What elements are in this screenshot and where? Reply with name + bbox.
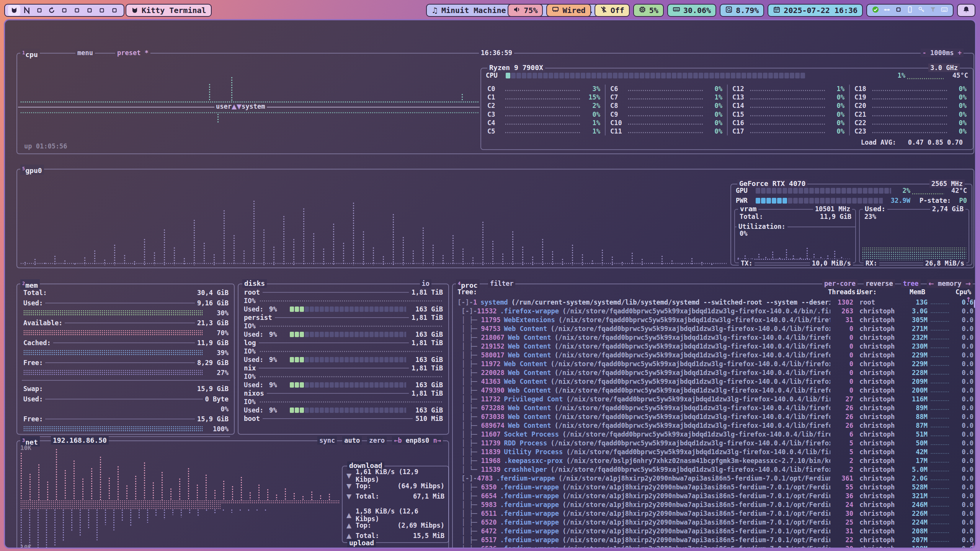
window-icon[interactable] [895,6,902,15]
tree-button[interactable]: tree [901,279,921,288]
memory-widget[interactable]: 30.06% [667,4,716,17]
network-widget[interactable]: Wired [546,4,591,17]
process-row[interactable]: │ ├─ 11795WebExtensions(/nix/store/fqadd… [455,316,973,324]
keyboard-icon[interactable] [941,6,948,15]
clock-widget[interactable]: 2025-07-22 16:36 [768,4,863,17]
menu-button[interactable]: menu [75,49,95,57]
process-row[interactable]: │ ├─ 219152Web Content(/nix/store/fqadd0… [455,342,973,351]
process-row[interactable]: │ ├─ 6472.ferdium-wrappe(/nix/store/a1pj… [455,527,973,536]
disks-panel-title[interactable]: disks [242,279,267,288]
process-row[interactable]: │ ├─ 689674Web Content(/nix/store/fqadd0… [455,421,973,430]
upload-spike [130,509,132,527]
sort-column-switcher[interactable]: ← memory → [927,279,973,288]
process-row[interactable]: │ ├─ 6654.ferdium-wrappe(/nix/store/a1pj… [455,492,973,500]
gpu-info-box: GeForce RTX 4070 2565 MHz GPU 2% 42°C PW… [730,184,972,266]
bluetooth-widget[interactable]: Off [595,4,630,17]
cpu-core-row: C30% [483,110,605,118]
interface-switcher[interactable]: ←b enp8s0 n→ [392,436,443,445]
process-row[interactable]: │ ├─ 6536.ferdium-wrappe(/nix/store/a1pj… [455,544,973,549]
gpu-graph-spike [223,210,225,265]
process-row[interactable]: │ └─ 11539crashhelper(/nix/store/fqadd0b… [455,465,973,474]
window-icon[interactable] [83,5,96,16]
download-spike [232,486,234,500]
process-row[interactable]: │ ├─ 580017Web Content(/nix/store/fqadd0… [455,351,973,360]
process-row[interactable]: │ ├─ 673288Web Content(/nix/store/fqadd0… [455,404,973,412]
active-window-title[interactable]: Kitty Terminal [126,4,212,17]
io-mode-button[interactable]: io [420,279,431,288]
cpu-core-row: C60% [605,85,727,93]
process-row[interactable]: [-]-4783.ferdium-wrappe(/nix/store/a1pj8… [455,474,973,483]
update-interval-control[interactable]: - 1000ms + [921,49,964,57]
system-tray [866,4,954,17]
core-usage-graph [750,132,825,134]
window-icon[interactable] [96,5,108,16]
process-row[interactable]: │ ├─ 5983.ferdium-wrappe(/nix/store/a1pj… [455,500,973,509]
core-usage-graph [872,90,947,91]
process-row[interactable]: │ ├─ 220028Web Content(/nix/store/fqadd0… [455,368,973,377]
process-row[interactable]: │ ├─ 11739RDD Process(/nix/store/fqadd0b… [455,439,973,448]
gpu-graph-spike [283,215,285,265]
window-icon[interactable] [108,5,121,16]
process-row[interactable]: │ ├─ 6350.ferdium-wrappe(/nix/store/a1pj… [455,483,973,492]
process-row[interactable]: │ ├─ 11732Privileged Cont(/nix/store/fqa… [455,395,973,404]
cpu-core-row: C150% [727,110,849,118]
process-row[interactable]: │ ├─ 673038Web Content(/nix/store/fqadd0… [455,412,973,421]
process-row[interactable]: │ ├─ 11968.keepassxc-prox(/nix/store/bsl… [455,456,973,465]
smartphone-icon[interactable] [906,6,914,15]
rx-graph-top [862,247,966,252]
gpu-panel-title[interactable]: 5gpu0 [20,165,44,175]
process-row[interactable]: │ ├─ 41363Web Content(/nix/store/fqadd0b… [455,377,973,386]
auto-button[interactable]: auto [342,436,362,445]
gpu-graph-spike [591,260,593,265]
cpu-panel: 1cpu menu preset * 16:36:59 - 1000ms + u… [16,53,974,154]
cpu-core-row: C71% [605,93,727,101]
process-row[interactable]: │ ├─ 94753Web Content(/nix/store/fqadd0b… [455,324,973,333]
window-icon[interactable] [71,5,83,16]
per-core-button[interactable]: per-core [822,279,858,288]
tx-spike [834,250,836,259]
cpu-core-row: C170% [727,127,849,135]
neovim-icon[interactable] [21,5,33,16]
process-row[interactable]: │ ├─ 479390Web Content(/nix/store/fqadd0… [455,386,973,395]
core-usage-graph [505,132,581,134]
gpu-graph-spike [691,258,693,265]
cpu-widget[interactable]: 5% [633,4,664,17]
funnel-icon[interactable] [929,6,937,15]
gpu-graph-spike [94,250,96,265]
download-spike [91,468,93,500]
restart-icon[interactable] [46,5,58,16]
download-total: 67,1 MiB [413,492,444,500]
download-spike [205,474,207,500]
process-row[interactable]: │ ├─ 6517.ferdium-wrappe(/nix/store/a1pj… [455,536,973,544]
process-row[interactable]: [-]-11532.firefox-wrappe(/nix/store/fqad… [455,307,973,316]
volume-widget[interactable]: 75% [508,4,543,17]
window-icon[interactable] [33,5,46,16]
rx-value: 26,8 MiB/s [923,259,966,267]
gpu-graph-spike [562,258,564,265]
gpu-graph-spike [24,261,26,265]
kitty-icon[interactable] [8,5,20,16]
process-row[interactable]: │ ├─ 6520.ferdium-wrappe(/nix/store/a1pj… [455,518,973,527]
core-usage-graph [505,90,581,91]
process-row[interactable]: [-]-1systemd(/run/current-system/systemd… [455,298,973,307]
reverse-button[interactable]: reverse [864,279,895,288]
process-row[interactable]: │ ├─ 6511.ferdium-wrappe(/nix/store/a1pj… [455,509,973,518]
zero-button[interactable]: zero [367,436,387,445]
disk-widget[interactable]: 8.79% [720,4,764,17]
process-row[interactable]: │ ├─ 218067Web Content(/nix/store/fqadd0… [455,333,973,342]
process-row[interactable]: │ ├─ 11972Web Content(/nix/store/fqadd0b… [455,360,973,368]
process-scrollbar[interactable] [974,300,976,308]
filter-button[interactable]: filter [488,279,515,288]
check-circle-icon[interactable] [872,6,879,15]
cpu-panel-title[interactable]: 1cpu [20,49,40,59]
preset-button[interactable]: preset * [115,49,150,57]
key-icon[interactable] [918,6,925,15]
speaker-icon [513,6,521,15]
mustache-icon[interactable] [883,6,891,15]
download-spike [293,492,295,500]
process-row[interactable]: │ ├─ 11607Socket Process(/nix/store/fqad… [455,430,973,439]
window-icon[interactable] [58,5,70,16]
cpu-core-row: C140% [727,101,849,110]
process-row[interactable]: │ ├─ 11839Utility Process(/nix/store/fqa… [455,448,973,456]
notification-bell[interactable] [957,4,975,17]
